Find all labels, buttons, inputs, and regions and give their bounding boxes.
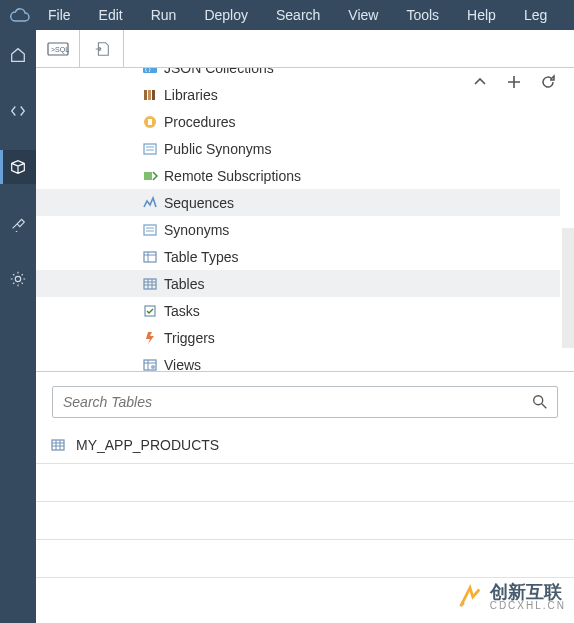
catalog-tree: { }JSON CollectionsLibrariesProceduresPu…	[36, 68, 574, 372]
table-icon	[50, 437, 66, 453]
svg-rect-5	[144, 90, 147, 100]
search-tables-input-wrap	[52, 386, 558, 418]
procedure-icon	[142, 114, 158, 130]
result-label: MY_APP_PRODUCTS	[76, 437, 219, 453]
svg-rect-10	[144, 144, 156, 154]
menubar: File Edit Run Deploy Search View Tools H…	[0, 0, 574, 30]
tree-item-label: Procedures	[164, 114, 236, 130]
tree-item-label: JSON Collections	[164, 68, 274, 76]
svg-point-17	[151, 365, 155, 369]
content-area: >SQL { }JSON Collection	[36, 30, 574, 623]
remote-icon	[142, 168, 158, 184]
search-section	[36, 372, 574, 426]
svg-rect-7	[152, 90, 155, 100]
tree-item-tasks[interactable]: Tasks	[36, 297, 560, 324]
search-tables-input[interactable]	[53, 387, 557, 417]
tree-item-label: Public Synonyms	[164, 141, 271, 157]
left-sidebar	[0, 30, 36, 623]
trigger-icon	[142, 330, 158, 346]
tree-item-label: Triggers	[164, 330, 215, 346]
menu-deploy[interactable]: Deploy	[190, 0, 262, 30]
tree-item-tables[interactable]: Tables	[36, 270, 560, 297]
file-export-button[interactable]	[80, 30, 124, 68]
tree-item-procedures[interactable]: Procedures	[36, 108, 560, 135]
results-list: MY_APP_PRODUCTS 创新互联 CDCXHL.CN	[36, 426, 574, 623]
tree-item-label: Synonyms	[164, 222, 229, 238]
synonym-icon	[142, 141, 158, 157]
tree-item-sequences[interactable]: Sequences	[36, 189, 560, 216]
menu-file[interactable]: File	[34, 0, 85, 30]
menu-view[interactable]: View	[334, 0, 392, 30]
sidebar-package-icon[interactable]	[0, 150, 36, 184]
task-icon	[142, 303, 158, 319]
sequence-icon	[142, 195, 158, 211]
tree-item-triggers[interactable]: Triggers	[36, 324, 560, 351]
tabletype-icon	[142, 249, 158, 265]
sidebar-code-icon[interactable]	[0, 94, 36, 128]
json-icon: { }	[142, 68, 158, 76]
watermark: 创新互联 CDCXHL.CN	[456, 583, 566, 611]
result-row-empty	[36, 502, 574, 540]
menu-legal[interactable]: Leg	[510, 0, 561, 30]
tree-item-label: Sequences	[164, 195, 234, 211]
menu-tools[interactable]: Tools	[392, 0, 453, 30]
result-row-empty	[36, 464, 574, 502]
svg-rect-12	[144, 225, 156, 235]
sidebar-gear-icon[interactable]	[0, 262, 36, 296]
svg-rect-15	[145, 306, 155, 316]
table-icon	[142, 276, 158, 292]
tree-item-label: Views	[164, 357, 201, 372]
svg-rect-13	[144, 252, 156, 262]
svg-point-0	[15, 276, 20, 281]
tree-item-libraries[interactable]: Libraries	[36, 81, 560, 108]
svg-rect-11	[144, 172, 152, 180]
watermark-text: 创新互联	[490, 582, 562, 602]
tree-item-json-collections[interactable]: { }JSON Collections	[36, 68, 560, 81]
tree-item-views[interactable]: Views	[36, 351, 560, 371]
svg-rect-14	[144, 279, 156, 289]
menu-help[interactable]: Help	[453, 0, 510, 30]
tree-item-label: Tables	[164, 276, 204, 292]
cloud-logo-icon	[4, 7, 34, 23]
tree-item-label: Libraries	[164, 87, 218, 103]
svg-rect-19	[52, 440, 64, 450]
tree-item-label: Remote Subscriptions	[164, 168, 301, 184]
svg-point-20	[460, 602, 464, 606]
toolbar: >SQL	[36, 30, 574, 68]
svg-text:{ }: { }	[145, 68, 151, 72]
menu-search[interactable]: Search	[262, 0, 334, 30]
sidebar-pin-icon[interactable]	[0, 206, 36, 240]
sql-console-button[interactable]: >SQL	[36, 30, 80, 68]
watermark-sub: CDCXHL.CN	[490, 601, 566, 611]
svg-rect-9	[148, 119, 152, 125]
tree-scrollbar[interactable]	[560, 68, 574, 371]
tree-item-label: Tasks	[164, 303, 200, 319]
tree-item-synonyms[interactable]: Synonyms	[36, 216, 560, 243]
library-icon	[142, 87, 158, 103]
menu-edit[interactable]: Edit	[85, 0, 137, 30]
result-row[interactable]: MY_APP_PRODUCTS	[36, 426, 574, 464]
tree-item-table-types[interactable]: Table Types	[36, 243, 560, 270]
tree-item-remote-subscriptions[interactable]: Remote Subscriptions	[36, 162, 560, 189]
synonym-icon	[142, 222, 158, 238]
tree-item-label: Table Types	[164, 249, 238, 265]
sidebar-home-icon[interactable]	[0, 38, 36, 72]
menu-run[interactable]: Run	[137, 0, 191, 30]
tree-item-public-synonyms[interactable]: Public Synonyms	[36, 135, 560, 162]
svg-text:>SQL: >SQL	[51, 46, 69, 54]
view-icon	[142, 357, 158, 372]
svg-rect-6	[148, 90, 151, 100]
result-row-empty	[36, 540, 574, 578]
